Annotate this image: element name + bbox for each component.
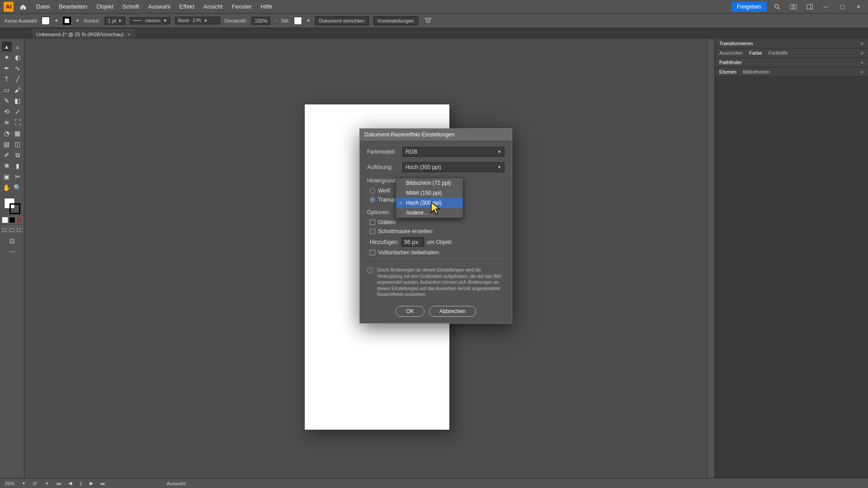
panel-menu-icon[interactable]: ≡ <box>861 60 863 65</box>
panel-tab-pathfinder[interactable]: Pathfinder <box>719 60 742 65</box>
artboard-tool[interactable]: ▣ <box>2 172 12 182</box>
dropdown-option[interactable]: Bildschirm (72 ppi) <box>396 178 463 188</box>
type-tool[interactable]: T <box>2 74 12 84</box>
direct-selection-tool[interactable]: ▵ <box>13 42 23 52</box>
arrange-icon[interactable] <box>788 3 799 11</box>
artboard-number[interactable]: 1 <box>79 481 82 486</box>
hand-tool[interactable]: ✋ <box>2 183 12 192</box>
colormodel-select[interactable]: RGB▼ <box>402 147 505 157</box>
edit-toolbar-icon[interactable]: ⋯ <box>7 247 17 257</box>
fill-stroke-control[interactable] <box>4 198 20 214</box>
cancel-button[interactable]: Abbrechen <box>429 306 476 317</box>
paintbrush-tool[interactable]: 🖌 <box>13 85 23 95</box>
perspective-tool[interactable]: ▦ <box>13 128 23 138</box>
artboard-nav-prev-icon[interactable]: ⏮ <box>56 481 61 486</box>
close-icon[interactable]: ✕ <box>853 3 864 11</box>
artboard-nav-back-icon[interactable]: ◀ <box>68 480 72 486</box>
resolution-select[interactable]: Hoch (300 ppi)▼ <box>402 162 505 172</box>
graph-tool[interactable]: ▮ <box>13 161 23 171</box>
stroke-box[interactable] <box>9 203 20 214</box>
blend-tool[interactable]: ⧉ <box>13 150 23 160</box>
workspace-icon[interactable] <box>804 3 816 11</box>
menu-effect[interactable]: Effekt <box>176 1 198 12</box>
style-swatch[interactable] <box>294 17 302 25</box>
menu-select[interactable]: Auswahl <box>145 1 174 12</box>
collapsed-dock[interactable] <box>707 39 714 478</box>
panel-menu-icon[interactable]: ≡ <box>861 50 863 56</box>
tab-close-icon[interactable]: ✕ <box>127 32 131 37</box>
dropdown-option[interactable]: Mittel (150 ppi) <box>396 188 463 198</box>
pathfinder-panel-header[interactable]: Pathfinder ≡ <box>715 58 868 67</box>
add-value-input[interactable] <box>401 237 424 247</box>
share-button[interactable]: Freigeben <box>731 2 767 12</box>
brush-select[interactable]: Rund · 3 Pt.▼ <box>175 17 220 24</box>
dropdown-option[interactable]: ✓Hoch (300 ppi) <box>396 198 463 208</box>
free-transform-tool[interactable]: ⛶ <box>13 117 23 127</box>
draw-normal-icon[interactable]: ◻ <box>2 226 8 232</box>
chevron-down-icon[interactable]: ▼ <box>307 19 311 23</box>
screen-mode-icon[interactable]: ⊡ <box>7 236 17 246</box>
doc-setup-button[interactable]: Dokument einrichten <box>315 16 369 25</box>
draw-behind-icon[interactable]: ◻ <box>9 226 15 232</box>
fill-swatch[interactable] <box>42 17 50 25</box>
menu-help[interactable]: Hilfe <box>257 1 276 12</box>
panel-tab-libraries[interactable]: Bibliotheken <box>743 69 770 75</box>
chevron-down-icon[interactable]: ▼ <box>22 481 26 486</box>
profile-select[interactable]: Gleichm.▼ <box>130 17 170 24</box>
menu-type[interactable]: Schrift <box>119 1 143 12</box>
symbol-sprayer-tool[interactable]: ❋ <box>2 161 12 171</box>
panel-tab-colorguide[interactable]: Farbhilfe <box>769 50 788 56</box>
app-logo[interactable]: Ai <box>4 2 14 12</box>
layers-panel-header[interactable]: Ebenen Bibliotheken ≡ <box>715 67 868 77</box>
gradient-mode-icon[interactable] <box>9 217 15 223</box>
eyedropper-tool[interactable]: ✐ <box>2 150 12 160</box>
none-mode-icon[interactable] <box>16 217 23 223</box>
rotate-tool[interactable]: ⟲ <box>2 107 12 117</box>
panel-menu-icon[interactable]: ≡ <box>861 41 863 46</box>
menu-edit[interactable]: Bearbeiten <box>55 1 91 12</box>
selection-tool[interactable]: ▴ <box>2 42 12 52</box>
rotation[interactable]: 0° <box>33 481 38 486</box>
shaper-tool[interactable]: ✎ <box>2 96 12 106</box>
lasso-tool[interactable]: ◐ <box>13 52 23 62</box>
artboard-nav-fwd-icon[interactable]: ▶ <box>90 480 93 486</box>
slice-tool[interactable]: ✂ <box>13 172 23 182</box>
shape-builder-tool[interactable]: ◔ <box>2 128 12 138</box>
opacity-select[interactable]: 100% <box>251 17 270 25</box>
menu-file[interactable]: Datei <box>33 1 53 12</box>
align-icon[interactable] <box>425 17 432 25</box>
resolution-dropdown[interactable]: Bildschirm (72 ppi) Mittel (150 ppi) ✓Ho… <box>396 178 463 218</box>
maximize-icon[interactable]: ▢ <box>836 3 848 11</box>
gradient-tool[interactable]: ◫ <box>13 139 23 149</box>
scale-tool[interactable]: ⤢ <box>13 107 23 117</box>
color-mode-icon[interactable] <box>2 217 8 223</box>
eraser-tool[interactable]: ◧ <box>13 96 23 106</box>
chevron-right-icon[interactable]: › <box>275 19 276 23</box>
draw-inside-icon[interactable]: ◻ <box>16 226 23 232</box>
zoom-level[interactable]: 25% <box>5 481 14 486</box>
align-panel-header[interactable]: Ausrichten Farbe Farbhilfe ≡ <box>715 48 868 58</box>
panel-menu-icon[interactable]: ≡ <box>861 69 863 75</box>
clipmask-checkbox[interactable]: Schnittmaske erstellen <box>370 228 505 235</box>
chevron-down-icon[interactable]: ▼ <box>75 19 80 23</box>
spotcolors-checkbox[interactable]: Volltonfarben beibehalten <box>370 249 505 256</box>
panel-tab-align[interactable]: Ausrichten <box>719 50 743 56</box>
transform-panel-header[interactable]: Transformieren ≡ <box>715 39 868 48</box>
zoom-tool[interactable]: 🔍 <box>13 183 23 192</box>
search-icon[interactable] <box>771 3 783 11</box>
menu-view[interactable]: Ansicht <box>200 1 226 12</box>
mesh-tool[interactable]: ▤ <box>2 139 12 149</box>
ok-button[interactable]: OK <box>396 306 424 317</box>
dropdown-option[interactable]: Andere… <box>396 208 463 218</box>
panel-tab-color[interactable]: Farbe <box>749 50 762 56</box>
magic-wand-tool[interactable]: ✦ <box>2 52 12 62</box>
minimize-icon[interactable]: — <box>820 3 832 11</box>
smooth-checkbox[interactable]: Glätten <box>370 219 505 225</box>
artboard-nav-next-icon[interactable]: ⏭ <box>100 481 105 486</box>
stroke-swatch[interactable] <box>63 17 71 25</box>
panel-tab-layers[interactable]: Ebenen <box>719 69 736 75</box>
width-tool[interactable]: ≋ <box>2 117 12 127</box>
preferences-button[interactable]: Voreinstellungen <box>373 16 418 25</box>
panel-tab-transform[interactable]: Transformieren <box>719 41 753 46</box>
chevron-down-icon[interactable]: ▼ <box>54 19 58 23</box>
